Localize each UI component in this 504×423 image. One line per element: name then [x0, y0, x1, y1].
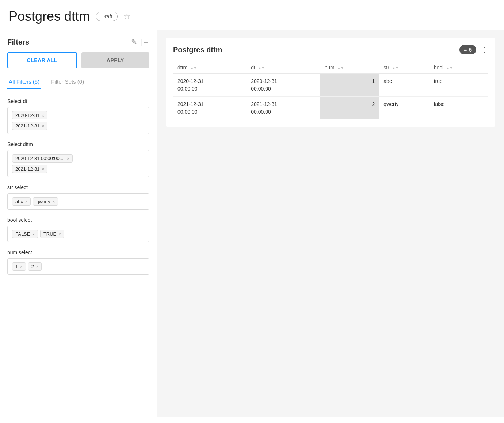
filter-section-num: num select 1 × 2 × [7, 249, 149, 275]
sort-icon-bool[interactable]: ▲▼ [446, 66, 453, 70]
filter-tag: 2021-12-31 × [12, 122, 47, 130]
table-row: 2021-12-3100:00:00 2021-12-3100:00:00 2 … [173, 97, 488, 120]
filters-title: Filters [7, 38, 29, 46]
filter-section-dt: Select dt 2020-12-31 × 2021-12-31 × [7, 98, 149, 134]
filter-values-bool: FALSE × TRUE × [7, 226, 149, 242]
col-header-bool: bool ▲▼ [429, 62, 488, 74]
remove-tag-icon[interactable]: × [42, 167, 44, 171]
apply-button[interactable]: APPLY [81, 52, 150, 68]
filter-section-dttm: Select dttm 2020-12-31 00:00:00.... × 20… [7, 141, 149, 177]
filter-section-label-num: num select [7, 249, 149, 255]
filter-values-num: 1 × 2 × [7, 258, 149, 275]
filter-tag: 2021-12-31 × [12, 165, 47, 173]
filter-tabs: All Filters (5) Filter Sets (0) [7, 76, 149, 89]
col-header-str: str ▲▼ [379, 62, 429, 74]
cell-num-1: 1 [320, 74, 379, 97]
chart-panel: Postgres dttm ≡ 5 ⋮ dttm ▲▼ [166, 38, 495, 127]
clear-all-button[interactable]: CLEAR ALL [7, 52, 77, 68]
remove-tag-icon[interactable]: × [53, 199, 55, 204]
sort-icon-dt[interactable]: ▲▼ [258, 66, 265, 70]
filter-values-dttm: 2020-12-31 00:00:00.... × 2021-12-31 × [7, 150, 149, 177]
filter-section-str: str select abc × qwerty × [7, 184, 149, 210]
col-header-dt: dt ▲▼ [247, 62, 320, 74]
filter-badge-icon: ≡ [464, 47, 467, 53]
filter-count-badge: ≡ 5 [459, 45, 476, 54]
page-header: Postgres dttm Draft ☆ [0, 0, 504, 30]
cell-bool-2: false [429, 97, 488, 120]
filter-section-bool: bool select FALSE × TRUE × [7, 217, 149, 242]
filter-tag: FALSE × [12, 230, 38, 238]
table-row: 2020-12-3100:00:00 2020-12-3100:00:00 1 … [173, 74, 488, 97]
data-table: dttm ▲▼ dt ▲▼ num ▲▼ str [173, 62, 488, 119]
cell-dttm-2: 2021-12-3100:00:00 [173, 97, 247, 120]
chart-header-right: ≡ 5 ⋮ [459, 45, 488, 54]
more-options-icon[interactable]: ⋮ [481, 45, 488, 54]
filter-tag: 2 × [28, 262, 42, 271]
filter-badge-count: 5 [469, 47, 472, 53]
cell-dt-1: 2020-12-3100:00:00 [247, 74, 320, 97]
filter-section-label-str: str select [7, 184, 149, 190]
cell-bool-1: true [429, 74, 488, 97]
cell-dttm-1: 2020-12-3100:00:00 [173, 74, 247, 97]
chart-title: Postgres dttm [173, 46, 222, 54]
content-area: Postgres dttm ≡ 5 ⋮ dttm ▲▼ [157, 30, 504, 417]
filters-panel: Filters ✎ |← CLEAR ALL APPLY All Filters… [0, 30, 157, 417]
remove-tag-icon[interactable]: × [32, 232, 34, 236]
collapse-icon[interactable]: |← [140, 38, 149, 46]
filter-section-label-dt: Select dt [7, 98, 149, 104]
edit-icon[interactable]: ✎ [131, 38, 137, 46]
filter-section-label-dttm: Select dttm [7, 141, 149, 147]
tab-all-filters[interactable]: All Filters (5) [7, 76, 41, 89]
sort-icon-num[interactable]: ▲▼ [337, 66, 344, 70]
sort-icon-dttm[interactable]: ▲▼ [190, 66, 197, 70]
col-header-num: num ▲▼ [320, 62, 379, 74]
filters-header: Filters ✎ |← [7, 38, 149, 46]
filters-icons: ✎ |← [131, 38, 149, 46]
filter-section-label-bool: bool select [7, 217, 149, 223]
filter-tag: 1 × [12, 262, 26, 271]
filter-tag: 2020-12-31 × [12, 111, 47, 119]
table-header-row: dttm ▲▼ dt ▲▼ num ▲▼ str [173, 62, 488, 74]
remove-tag-icon[interactable]: × [67, 156, 69, 161]
filter-tag: TRUE × [40, 230, 64, 238]
filter-values-dt: 2020-12-31 × 2021-12-31 × [7, 107, 149, 134]
filter-tag: qwerty × [33, 197, 58, 206]
cell-str-1: abc [379, 74, 429, 97]
chart-header: Postgres dttm ≡ 5 ⋮ [173, 45, 488, 54]
star-icon[interactable]: ☆ [123, 12, 131, 21]
tab-filter-sets[interactable]: Filter Sets (0) [50, 76, 85, 89]
filter-tag: 2020-12-31 00:00:00.... × [12, 154, 73, 163]
cell-num-2: 2 [320, 97, 379, 120]
sort-icon-str[interactable]: ▲▼ [392, 66, 399, 70]
filters-actions: CLEAR ALL APPLY [7, 52, 149, 68]
remove-tag-icon[interactable]: × [20, 264, 22, 269]
remove-tag-icon[interactable]: × [42, 124, 44, 128]
draft-badge: Draft [96, 12, 118, 21]
cell-dt-2: 2021-12-3100:00:00 [247, 97, 320, 120]
filter-values-str: abc × qwerty × [7, 193, 149, 210]
remove-tag-icon[interactable]: × [42, 113, 44, 118]
remove-tag-icon[interactable]: × [36, 264, 38, 269]
filter-tag: abc × [12, 197, 31, 206]
page-title: Postgres dttm [9, 9, 90, 24]
remove-tag-icon[interactable]: × [25, 199, 27, 204]
remove-tag-icon[interactable]: × [58, 232, 61, 236]
col-header-dttm: dttm ▲▼ [173, 62, 247, 74]
main-layout: Filters ✎ |← CLEAR ALL APPLY All Filters… [0, 30, 504, 417]
cell-str-2: qwerty [379, 97, 429, 120]
